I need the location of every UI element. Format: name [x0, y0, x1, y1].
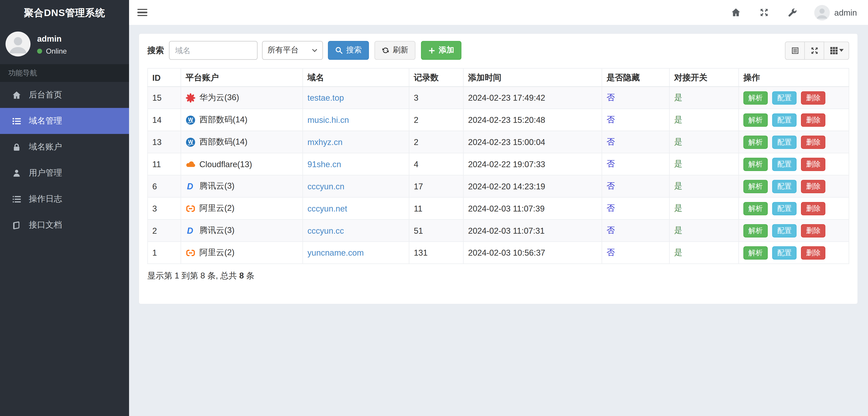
domain-link[interactable]: cccyun.cc: [307, 226, 344, 235]
add-button[interactable]: 添加: [421, 41, 462, 60]
cell-domain: music.hi.cn: [303, 109, 409, 131]
sidebar-item-users[interactable]: 用户管理: [0, 160, 129, 186]
cell-added-time: 2024-02-03 11:07:39: [463, 197, 602, 219]
hidden-toggle[interactable]: 否: [607, 137, 615, 146]
delete-button[interactable]: 删除: [801, 158, 826, 171]
config-button[interactable]: 配置: [772, 91, 797, 104]
col-header-added: 添加时间: [463, 68, 602, 86]
domain-link[interactable]: testae.top: [307, 93, 344, 102]
sidebar-item-label: 域名管理: [29, 115, 62, 126]
config-button[interactable]: 配置: [772, 158, 797, 171]
config-button[interactable]: 配置: [772, 180, 797, 193]
hidden-toggle[interactable]: 否: [607, 159, 615, 168]
detail-view-icon: [791, 46, 799, 55]
platform-select-value: 所有平台: [268, 45, 299, 56]
cell-domain: cccyun.cn: [303, 175, 409, 197]
parse-button[interactable]: 解析: [743, 246, 768, 259]
config-button[interactable]: 配置: [772, 113, 797, 127]
switch-toggle[interactable]: 是: [674, 203, 683, 213]
domain-link[interactable]: cccyun.net: [307, 204, 347, 213]
cell-switch: 是: [670, 131, 739, 153]
log-icon: [11, 195, 22, 203]
config-button[interactable]: 配置: [772, 246, 797, 259]
toolbar: 搜索 所有平台 搜索: [147, 41, 849, 60]
switch-toggle[interactable]: 是: [674, 225, 683, 235]
domain-link[interactable]: music.hi.cn: [307, 115, 349, 125]
hidden-toggle[interactable]: 否: [607, 181, 615, 190]
config-button[interactable]: 配置: [772, 202, 797, 215]
wrench-icon: [788, 8, 797, 17]
sidebar-item-label: 后台首页: [29, 90, 62, 100]
sidebar-toggle-button[interactable]: [137, 9, 147, 16]
columns-button[interactable]: [824, 41, 849, 60]
domain-table-body: 15 华为云(36) testae.top 3 2024-02-23 17:49…: [148, 86, 849, 264]
switch-toggle[interactable]: 是: [674, 247, 683, 257]
sidebar-item-accounts[interactable]: 域名账户: [0, 134, 129, 160]
cell-id: 3: [148, 197, 181, 219]
parse-button[interactable]: 解析: [743, 202, 768, 215]
hidden-toggle[interactable]: 否: [607, 247, 615, 257]
west-icon: W: [186, 115, 196, 125]
cell-domain: yuncname.com: [303, 242, 409, 264]
sidebar-item-label: 接口文档: [29, 220, 62, 230]
parse-button[interactable]: 解析: [743, 180, 768, 193]
parse-button[interactable]: 解析: [743, 135, 768, 149]
sidebar-item-domains[interactable]: 域名管理: [0, 108, 129, 134]
switch-toggle[interactable]: 是: [674, 93, 683, 102]
topbar-avatar: [814, 5, 830, 20]
switch-toggle[interactable]: 是: [674, 181, 683, 190]
sidebar-item-dashboard[interactable]: 后台首页: [0, 82, 129, 108]
delete-button[interactable]: 删除: [801, 135, 826, 149]
cell-actions: 解析 配置 删除: [739, 109, 849, 131]
cell-id: 6: [148, 175, 181, 197]
table-row: 13 W 西部数码(14) mxhyz.cn 2 2024-02-23 15:0…: [148, 131, 849, 153]
dnspod-icon: D: [186, 226, 196, 236]
hidden-toggle[interactable]: 否: [607, 114, 615, 124]
settings-button[interactable]: [778, 0, 807, 25]
domain-link[interactable]: mxhyz.cn: [307, 137, 343, 147]
switch-toggle[interactable]: 是: [674, 137, 683, 146]
detail-view-button[interactable]: [785, 41, 805, 60]
switch-toggle[interactable]: 是: [674, 159, 683, 168]
parse-button[interactable]: 解析: [743, 91, 768, 104]
cell-platform: W 西部数码(14): [181, 109, 303, 131]
table-row: 2 D 腾讯云(3) cccyun.cc 51 2024-02-03 11:07…: [148, 219, 849, 242]
delete-button[interactable]: 删除: [801, 180, 826, 193]
sidebar-item-logs[interactable]: 操作日志: [0, 186, 129, 212]
cell-actions: 解析 配置 删除: [739, 175, 849, 197]
fullscreen-button[interactable]: [750, 0, 778, 25]
cell-hidden: 否: [602, 219, 670, 242]
domain-link[interactable]: cccyun.cn: [307, 182, 344, 191]
search-button[interactable]: 搜索: [328, 41, 369, 60]
refresh-button[interactable]: 刷新: [374, 41, 415, 60]
home-button[interactable]: [722, 0, 750, 25]
delete-button[interactable]: 删除: [801, 113, 826, 127]
config-button[interactable]: 配置: [772, 224, 797, 237]
cell-switch: 是: [670, 219, 739, 242]
parse-button[interactable]: 解析: [743, 113, 768, 127]
domain-link[interactable]: 91she.cn: [307, 160, 341, 169]
parse-button[interactable]: 解析: [743, 158, 768, 171]
sidebar: 聚合DNS管理系统 admin Online 功能导航: [0, 0, 129, 416]
col-header-records: 记录数: [409, 68, 463, 86]
hidden-toggle[interactable]: 否: [607, 93, 615, 102]
domain-link[interactable]: yuncname.com: [307, 248, 364, 257]
search-input[interactable]: [169, 41, 257, 60]
platform-select[interactable]: 所有平台: [262, 41, 323, 60]
hidden-toggle[interactable]: 否: [607, 203, 615, 213]
cell-switch: 是: [670, 153, 739, 175]
user-menu[interactable]: admin: [807, 5, 860, 20]
cell-records: 3: [409, 86, 463, 109]
config-button[interactable]: 配置: [772, 135, 797, 149]
delete-button[interactable]: 删除: [801, 224, 826, 237]
cell-records: 17: [409, 175, 463, 197]
parse-button[interactable]: 解析: [743, 224, 768, 237]
fullscreen-table-button[interactable]: [805, 41, 824, 60]
sidebar-item-api-docs[interactable]: 接口文档: [0, 212, 129, 238]
cell-switch: 是: [670, 86, 739, 109]
delete-button[interactable]: 删除: [801, 91, 826, 104]
switch-toggle[interactable]: 是: [674, 114, 683, 124]
delete-button[interactable]: 删除: [801, 246, 826, 259]
hidden-toggle[interactable]: 否: [607, 225, 615, 235]
delete-button[interactable]: 删除: [801, 202, 826, 215]
